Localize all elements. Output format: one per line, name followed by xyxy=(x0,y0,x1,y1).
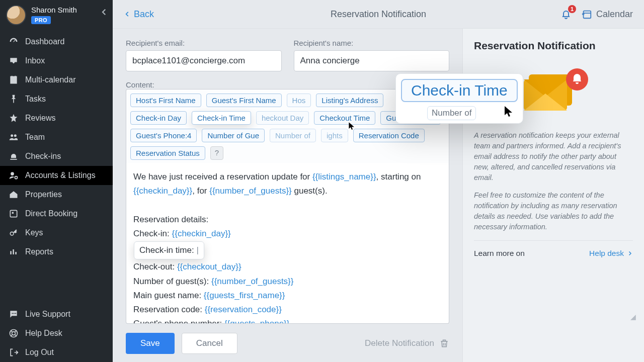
sidebar-item-multi-calendar[interactable]: Multi-calendar xyxy=(0,70,113,89)
var-checkout-day: {{checkout_day}} xyxy=(177,262,242,272)
sidebar-item-label: Team xyxy=(25,133,45,142)
calendar-label: Calendar xyxy=(596,9,633,20)
chip-reservation-status[interactable]: Reservation Status xyxy=(130,146,205,160)
chip-hos-truncated[interactable]: Hos xyxy=(287,94,311,107)
var-number-of-guests: {{number_of_guests}} xyxy=(209,186,292,196)
sidebar-item-properties[interactable]: Properties xyxy=(0,185,113,204)
sidebar-item-label: Live Support xyxy=(25,310,70,319)
chip-checkout-day-truncated[interactable]: heckout Day xyxy=(256,111,309,125)
var-guests-phone: {{guests_phone}} xyxy=(224,319,290,324)
calendar-go-icon xyxy=(581,9,592,20)
svg-rect-15 xyxy=(584,11,591,19)
delete-notification-button[interactable]: Delete Notification xyxy=(365,338,449,348)
sidebar-item-label: Reports xyxy=(25,247,53,256)
gauge-icon xyxy=(8,37,19,47)
zoom-callout: Check-in Time Number of xyxy=(395,73,523,124)
inbox-icon xyxy=(8,56,19,66)
email-field[interactable] xyxy=(126,50,282,71)
chip-checkin-time[interactable]: Check-in Time xyxy=(192,111,251,125)
sidebar-item-direct-booking[interactable]: Direct Booking xyxy=(0,204,113,223)
sidebar-item-label: Log Out xyxy=(25,348,54,357)
bell-icon xyxy=(8,151,19,161)
user-gear-icon xyxy=(8,170,19,180)
zoom-chip-checkin-time: Check-in Time xyxy=(401,79,518,102)
var-number-of-guests2: {{number_of_guests}} xyxy=(211,277,294,286)
help-p2: Feel free to customize the content of th… xyxy=(474,190,633,232)
svg-rect-8 xyxy=(13,249,14,254)
notifications-button[interactable]: 1 xyxy=(560,8,572,20)
chevron-left-icon xyxy=(124,9,131,19)
chip-reservation-code[interactable]: Reservation Code xyxy=(353,129,425,142)
svg-point-0 xyxy=(11,134,13,137)
chip-hosts-first-name[interactable]: Host's First Name xyxy=(130,94,201,107)
svg-point-1 xyxy=(14,134,17,137)
svg-rect-7 xyxy=(10,251,12,254)
sidebar-item-keys[interactable]: Keys xyxy=(0,223,113,242)
sidebar-item-label: Properties xyxy=(25,190,62,199)
sidebar-item-tasks[interactable]: Tasks xyxy=(0,89,113,109)
sidebar-profile[interactable]: Sharon Smith PRO xyxy=(0,0,113,28)
sidebar-item-label: Accounts & Listings xyxy=(25,171,96,180)
help-p1: A reservation notification keeps your ex… xyxy=(474,130,633,183)
chip-guests-phone4[interactable]: Guest's Phone:4 xyxy=(130,129,197,142)
trash-icon xyxy=(439,338,449,348)
chevron-left-icon[interactable] xyxy=(100,6,109,18)
sidebar-item-accounts-listings[interactable]: Accounts & Listings xyxy=(0,166,113,185)
svg-rect-9 xyxy=(15,252,17,254)
chip-guests-first-name[interactable]: Guest's First Name xyxy=(206,94,282,107)
sidebar-item-help-desk[interactable]: Help Desk xyxy=(0,324,113,343)
var-listings-name: {{listings_name}} xyxy=(312,172,376,182)
chip-listings-address[interactable]: Listing's Address xyxy=(316,94,383,107)
back-label: Back xyxy=(134,9,154,20)
svg-point-6 xyxy=(10,232,14,235)
chip-nights-trunc[interactable]: ights xyxy=(321,129,348,142)
cursor-icon-small xyxy=(348,121,355,131)
sidebar-item-label: Direct Booking xyxy=(25,209,77,218)
sidebar-item-live-support[interactable]: Live Support xyxy=(0,305,113,324)
sidebar-item-dashboard[interactable]: Dashboard xyxy=(0,32,113,51)
var-guests-first-name: {{guests_first_name}} xyxy=(204,291,285,300)
sidebar-item-label: Reviews xyxy=(25,114,55,123)
var-checkin-day: {{checkin_day}} xyxy=(133,186,192,196)
content-editor[interactable]: We have just received a reservation upda… xyxy=(126,163,449,324)
calendar-icon xyxy=(8,75,19,85)
chip-checkin-day[interactable]: Check-in Day xyxy=(130,111,187,125)
var-checkin-day2: {{checkin_day}} xyxy=(172,229,231,238)
chart-icon xyxy=(8,247,19,257)
cursor-icon xyxy=(504,105,514,118)
lifebuoy-icon xyxy=(8,328,19,338)
name-field[interactable] xyxy=(294,50,450,71)
sidebar-item-reviews[interactable]: Reviews xyxy=(0,109,113,128)
chip-number-of-trunc[interactable]: Number of xyxy=(270,129,316,142)
svg-point-12 xyxy=(15,313,16,314)
chip-number-of-guests-trunc[interactable]: Number of Gue xyxy=(202,129,265,142)
sidebar-nav: Dashboard Inbox Multi-calendar Tasks Rev… xyxy=(0,32,113,261)
save-button[interactable]: Save xyxy=(126,333,175,354)
delete-label: Delete Notification xyxy=(365,338,434,348)
form-actions: Save Cancel Delete Notification xyxy=(126,333,449,356)
main: Back Reservation Notification 1 Calendar… xyxy=(113,0,644,362)
chip-checkout-time[interactable]: Checkout Time xyxy=(314,111,375,125)
chip-help[interactable]: ? xyxy=(210,146,223,160)
sidebar-bottom: Live Support Help Desk Log Out xyxy=(0,305,113,362)
pin-icon xyxy=(8,94,19,104)
plan-badge: PRO xyxy=(31,16,51,24)
sidebar-item-label: Multi-calendar xyxy=(25,75,75,84)
name-label: Recipient's name: xyxy=(294,39,450,47)
sidebar-item-team[interactable]: Team xyxy=(0,128,113,147)
sidebar-item-label: Keys xyxy=(25,228,43,237)
back-button[interactable]: Back xyxy=(124,9,154,20)
sidebar-item-logout[interactable]: Log Out xyxy=(0,343,113,362)
calendar-button[interactable]: Calendar xyxy=(581,9,633,20)
var-reservation-code: {{reservation_code}} xyxy=(205,305,282,314)
notification-count: 1 xyxy=(568,5,576,13)
sidebar: Sharon Smith PRO Dashboard Inbox Multi-c… xyxy=(0,0,113,362)
sidebar-item-checkins[interactable]: Check-ins xyxy=(0,147,113,166)
email-label: Recipient's email: xyxy=(126,39,282,47)
cancel-button[interactable]: Cancel xyxy=(182,333,237,354)
sidebar-item-inbox[interactable]: Inbox xyxy=(0,51,113,70)
sidebar-item-reports[interactable]: Reports xyxy=(0,242,113,261)
help-desk-link[interactable]: Help desk xyxy=(589,249,633,258)
zoom-chip-number-of: Number of xyxy=(427,106,476,120)
svg-point-3 xyxy=(15,176,18,179)
